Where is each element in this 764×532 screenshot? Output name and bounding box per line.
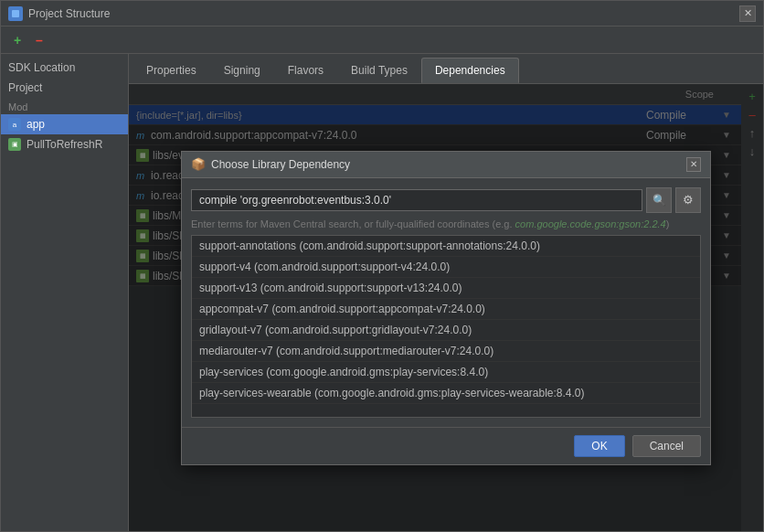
tabs-bar: Properties Signing Flavors Build Types D… <box>129 54 763 84</box>
search-hint: Enter terms for Maven Central search, or… <box>191 218 701 229</box>
android-module-icon: ▣ <box>8 138 21 151</box>
result-item-5[interactable]: mediarouter-v7 (com.android.support:medi… <box>192 341 700 362</box>
title-bar: Project Structure ✕ <box>1 1 763 27</box>
dialog-close-button[interactable]: ✕ <box>686 157 701 172</box>
ok-button[interactable]: OK <box>574 435 624 457</box>
dialog-footer: OK Cancel <box>182 427 710 464</box>
toolbar-add-button[interactable]: + <box>8 31 27 49</box>
cancel-button[interactable]: Cancel <box>632 435 701 457</box>
sidebar-item-pull-to-refresh[interactable]: ▣ PullToRefreshR <box>1 134 128 154</box>
app-icon <box>8 6 23 21</box>
sidebar-item-sdk-location[interactable]: SDK Location <box>1 58 128 78</box>
dialog-title-icon: 📦 <box>191 157 206 171</box>
sidebar-item-app[interactable]: a app <box>1 114 128 134</box>
search-row: 🔍 ⚙ <box>191 187 701 213</box>
settings-button[interactable]: ⚙ <box>675 187 701 213</box>
result-item-4[interactable]: gridlayout-v7 (com.android.support:gridl… <box>192 320 700 341</box>
choose-library-dialog: 📦 Choose Library Dependency ✕ 🔍 <box>181 151 711 465</box>
toolbar: + – <box>1 27 763 54</box>
sidebar: SDK Location Project Mod a app ▣ PullToR… <box>1 54 129 531</box>
result-item-6[interactable]: play-services (com.google.android.gms:pl… <box>192 362 700 383</box>
window-title: Project Structure <box>28 7 739 20</box>
results-list[interactable]: support-annotations (com.android.support… <box>191 235 701 418</box>
dialog-body: 🔍 ⚙ Enter terms for Maven Central search… <box>182 178 710 427</box>
tab-dependencies[interactable]: Dependencies <box>421 58 519 83</box>
dialog-title: 📦 Choose Library Dependency <box>191 157 350 171</box>
toolbar-remove-button[interactable]: – <box>30 31 48 49</box>
modal-overlay: 📦 Choose Library Dependency ✕ 🔍 <box>129 84 763 531</box>
search-icon: 🔍 <box>653 194 666 207</box>
result-item-0[interactable]: support-annotations (com.android.support… <box>192 236 700 257</box>
result-item-3[interactable]: appcompat-v7 (com.android.support:appcom… <box>192 299 700 320</box>
result-item-1[interactable]: support-v4 (com.android.support:support-… <box>192 257 700 278</box>
search-button[interactable]: 🔍 <box>646 187 672 213</box>
main-panel: Properties Signing Flavors Build Types D… <box>129 54 763 531</box>
result-item-7[interactable]: play-services-wearable (com.google.andro… <box>192 383 700 404</box>
tab-flavors[interactable]: Flavors <box>274 58 337 83</box>
window-close-button[interactable]: ✕ <box>739 5 756 22</box>
modules-label: Mod <box>1 98 128 114</box>
svg-rect-0 <box>12 10 19 17</box>
tab-properties[interactable]: Properties <box>133 58 210 83</box>
tab-signing[interactable]: Signing <box>210 58 274 83</box>
app-module-icon: a <box>8 118 21 131</box>
main-window: Project Structure ✕ + – SDK Location Pro… <box>0 0 764 532</box>
result-item-2[interactable]: support-v13 (com.android.support:support… <box>192 278 700 299</box>
content-area: SDK Location Project Mod a app ▣ PullToR… <box>1 54 763 531</box>
search-input[interactable] <box>191 189 642 211</box>
sidebar-item-project[interactable]: Project <box>1 78 128 98</box>
dialog-title-bar: 📦 Choose Library Dependency ✕ <box>182 152 710 178</box>
gear-icon: ⚙ <box>683 193 694 207</box>
tab-build-types[interactable]: Build Types <box>337 58 421 83</box>
